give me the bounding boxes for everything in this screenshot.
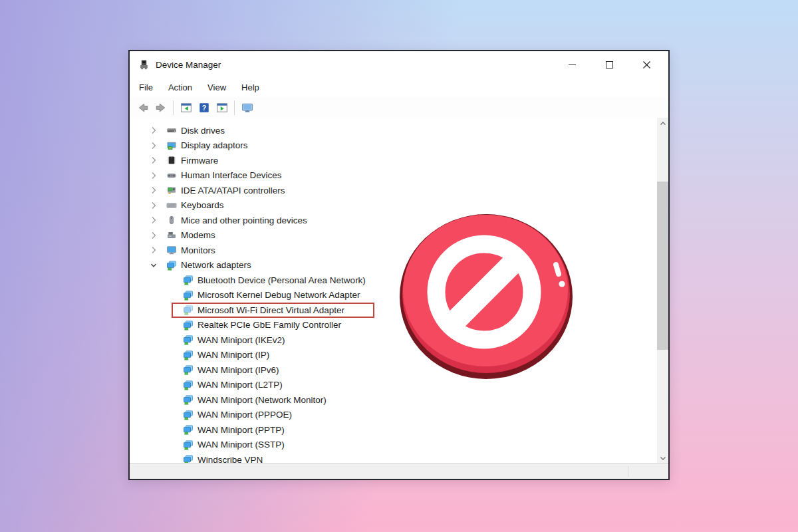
close-icon bbox=[642, 61, 651, 69]
device-icon bbox=[183, 364, 194, 375]
tree-item-label: Network adapters bbox=[181, 260, 251, 270]
tree-item-label: Display adaptors bbox=[181, 140, 248, 150]
forward-arrow-icon bbox=[155, 102, 167, 114]
toolbar-separator bbox=[234, 100, 235, 115]
desktop-background: Device Manager File Action View Help bbox=[0, 0, 798, 532]
device-icon bbox=[183, 350, 194, 360]
chevron-icon[interactable] bbox=[148, 215, 159, 225]
tree-item-label: WAN Miniport (IPv6) bbox=[198, 365, 279, 375]
tree-item-label: Windscribe VPN bbox=[198, 455, 263, 464]
tree-item[interactable]: WAN Miniport (Network Monitor) bbox=[130, 392, 668, 408]
tree-item-label: WAN Miniport (Network Monitor) bbox=[198, 395, 327, 405]
back-arrow-icon bbox=[137, 102, 149, 114]
device-icon bbox=[183, 320, 194, 331]
prohibition-sign bbox=[398, 213, 574, 380]
chevron-icon[interactable] bbox=[148, 170, 159, 181]
chevron-up-icon bbox=[660, 120, 666, 127]
minimize-icon bbox=[569, 65, 576, 65]
menu-file[interactable]: File bbox=[139, 82, 153, 92]
maximize-icon bbox=[606, 61, 613, 68]
toolbar bbox=[130, 97, 668, 118]
forward-button[interactable] bbox=[152, 99, 170, 116]
tree-item-label: Human Interface Devices bbox=[181, 170, 282, 180]
maximize-button[interactable] bbox=[599, 55, 619, 74]
device-icon bbox=[166, 155, 177, 166]
help-button[interactable] bbox=[195, 99, 213, 116]
show-console-tree-button[interactable] bbox=[177, 99, 195, 116]
tree-item-label: WAN Miniport (PPPOE) bbox=[198, 410, 292, 420]
tree-item[interactable]: Firmware bbox=[130, 153, 668, 168]
device-icon bbox=[166, 230, 177, 241]
tree-item-label: Mice and other pointing devices bbox=[181, 215, 307, 225]
scroll-up-button[interactable] bbox=[657, 118, 668, 129]
tree-item[interactable]: Disk drives bbox=[130, 123, 668, 138]
tree-item-label: WAN Miniport (SSTP) bbox=[198, 440, 285, 450]
device-icon bbox=[183, 380, 194, 390]
tree-item[interactable]: Windscribe VPN bbox=[130, 452, 668, 464]
tree-item-label: Disk drives bbox=[181, 126, 225, 136]
device-icon bbox=[166, 245, 177, 255]
device-icon bbox=[183, 454, 194, 464]
status-bar bbox=[130, 463, 668, 479]
device-icon bbox=[166, 170, 177, 181]
tree-item-label: WAN Miniport (IKEv2) bbox=[198, 335, 285, 345]
device-icon bbox=[166, 200, 177, 211]
device-icon bbox=[166, 140, 177, 151]
tree-item[interactable]: Display adaptors bbox=[130, 138, 668, 154]
minimize-button[interactable] bbox=[562, 55, 582, 74]
device-icon bbox=[183, 440, 194, 450]
device-icon bbox=[183, 305, 194, 315]
scroll-down-button[interactable] bbox=[657, 452, 668, 464]
computer-icon bbox=[241, 102, 253, 114]
vertical-scrollbar[interactable] bbox=[657, 118, 668, 464]
back-button[interactable] bbox=[134, 99, 152, 116]
device-icon bbox=[166, 215, 177, 225]
device-icon bbox=[183, 334, 194, 345]
tree-item-label: WAN Miniport (IP) bbox=[198, 350, 269, 360]
menu-action[interactable]: Action bbox=[168, 82, 192, 92]
action-pane-button[interactable] bbox=[213, 99, 231, 116]
tree-item-label: Realtek PCIe GbE Family Controller bbox=[198, 320, 341, 330]
menu-view[interactable]: View bbox=[207, 82, 226, 92]
title-bar: Device Manager bbox=[130, 51, 668, 78]
tree-item[interactable]: WAN Miniport (SSTP) bbox=[130, 438, 668, 453]
help-icon bbox=[198, 102, 210, 114]
chevron-icon[interactable] bbox=[148, 200, 159, 211]
tree-item-label: WAN Miniport (L2TP) bbox=[198, 380, 283, 390]
tree-item-label: Keyboards bbox=[181, 200, 224, 210]
tree-item[interactable]: WAN Miniport (PPPOE) bbox=[130, 408, 668, 423]
chevron-icon[interactable] bbox=[148, 245, 159, 255]
close-button[interactable] bbox=[636, 55, 656, 74]
scan-hardware-button[interactable] bbox=[238, 99, 256, 116]
status-bar-divider bbox=[628, 466, 628, 477]
tree-item-label: Modems bbox=[181, 230, 215, 240]
chevron-down-icon bbox=[660, 455, 666, 462]
tree-item-label: WAN Miniport (PPTP) bbox=[198, 425, 285, 435]
tree-item-label: Monitors bbox=[181, 245, 215, 255]
device-manager-icon bbox=[138, 59, 150, 70]
chevron-icon[interactable] bbox=[148, 155, 159, 166]
scrollbar-thumb[interactable] bbox=[657, 182, 668, 350]
device-icon bbox=[183, 394, 194, 405]
device-icon bbox=[166, 125, 177, 136]
window-title: Device Manager bbox=[156, 60, 221, 70]
menu-help[interactable]: Help bbox=[241, 82, 259, 92]
action-pane-icon bbox=[216, 102, 228, 114]
tree-item-label: Bluetooth Device (Personal Area Network) bbox=[198, 275, 366, 285]
device-icon bbox=[166, 260, 177, 271]
tree-item[interactable]: Keyboards bbox=[130, 198, 668, 213]
chevron-icon[interactable] bbox=[148, 260, 159, 271]
tree-item-label: Microsoft Kernel Debug Network Adapter bbox=[198, 290, 360, 300]
device-icon bbox=[183, 290, 194, 301]
chevron-icon[interactable] bbox=[148, 140, 159, 151]
tree-item[interactable]: Human Interface Devices bbox=[130, 168, 668, 184]
menu-bar: File Action View Help bbox=[130, 78, 668, 97]
tree-item[interactable]: WAN Miniport (PPTP) bbox=[130, 422, 668, 438]
tree-item[interactable]: IDE ATA/ATAPI controllers bbox=[130, 183, 668, 198]
chevron-icon[interactable] bbox=[148, 185, 159, 196]
device-icon bbox=[166, 185, 177, 196]
tree-item-label: Microsoft Wi-Fi Direct Virtual Adapter bbox=[198, 305, 344, 315]
chevron-icon[interactable] bbox=[148, 230, 159, 241]
console-tree-icon bbox=[180, 102, 192, 114]
chevron-icon[interactable] bbox=[148, 125, 159, 136]
